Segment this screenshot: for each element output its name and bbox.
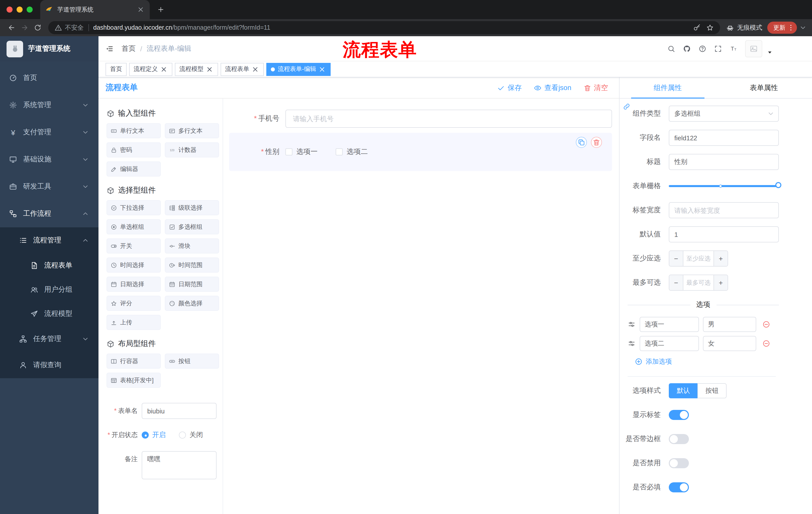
- sidebar-item-leave-query[interactable]: 请假查询: [0, 352, 98, 378]
- status-radio-off[interactable]: 关闭: [179, 431, 203, 439]
- update-button[interactable]: 更新: [767, 22, 797, 34]
- minimize-window-button[interactable]: [17, 6, 23, 12]
- increase-button[interactable]: +: [714, 251, 728, 266]
- palette-item-rate[interactable]: 评分: [107, 296, 161, 311]
- user-avatar[interactable]: [745, 40, 762, 57]
- drag-handle-icon[interactable]: [628, 320, 636, 328]
- checkbox-icon[interactable]: [285, 148, 292, 155]
- sidebar-item-infrastructure[interactable]: 基础设施: [0, 146, 98, 173]
- option-label-input[interactable]: [640, 336, 699, 351]
- status-radio-on[interactable]: 开启: [142, 431, 166, 439]
- title-input[interactable]: [669, 154, 779, 170]
- label-width-input[interactable]: [669, 202, 779, 218]
- gender-option-1[interactable]: 选项一: [285, 147, 318, 156]
- palette-item-single-line-text[interactable]: 单行文本: [107, 123, 161, 138]
- remove-option-icon[interactable]: [762, 320, 770, 328]
- drag-handle-icon[interactable]: [628, 340, 636, 348]
- palette-item-cascader[interactable]: 级联选择: [165, 200, 219, 215]
- breadcrumb-home[interactable]: 首页: [122, 44, 136, 53]
- sidebar-item-process-model[interactable]: 流程模型: [0, 302, 98, 326]
- palette-item-color-picker[interactable]: 颜色选择: [165, 296, 219, 311]
- sidebar-item-dev-tools[interactable]: 研发工具: [0, 173, 98, 200]
- more-vertical-icon[interactable]: [787, 24, 795, 32]
- fullscreen-icon[interactable]: [714, 45, 722, 53]
- font-size-icon[interactable]: [730, 45, 737, 53]
- toolbar-chevron-down-icon[interactable]: [799, 24, 807, 32]
- sidebar-item-process-form[interactable]: 流程表单: [0, 253, 98, 278]
- palette-item-time-range[interactable]: 时间范围: [165, 258, 219, 273]
- tag-process-form[interactable]: 流程表单: [221, 63, 264, 76]
- new-tab-button[interactable]: [155, 3, 167, 16]
- grid-slider[interactable]: [669, 185, 778, 187]
- remark-textarea[interactable]: [142, 451, 216, 479]
- style-default-button[interactable]: 默认: [669, 383, 697, 398]
- tag-process-form-edit[interactable]: 流程表单-编辑: [266, 63, 330, 76]
- palette-item-slider[interactable]: 滑块: [165, 238, 219, 253]
- palette-item-multi-line-text[interactable]: 多行文本: [165, 123, 219, 138]
- border-switch[interactable]: [669, 434, 689, 444]
- sidebar-item-home[interactable]: 首页: [0, 64, 98, 91]
- sidebar-item-task-management[interactable]: 任务管理: [0, 326, 98, 352]
- palette-item-row-container[interactable]: 行容器: [107, 354, 161, 369]
- link-icon[interactable]: [622, 103, 631, 111]
- sidebar-item-system-management[interactable]: 系统管理: [0, 91, 98, 119]
- option-value-input[interactable]: [703, 317, 756, 332]
- zoom-window-button[interactable]: [27, 6, 33, 12]
- form-name-input[interactable]: [142, 403, 216, 419]
- sidebar-item-user-group[interactable]: 用户分组: [0, 278, 98, 302]
- disabled-switch[interactable]: [669, 458, 689, 468]
- help-icon[interactable]: [698, 45, 706, 53]
- tag-process-model[interactable]: 流程模型: [175, 63, 218, 76]
- search-icon[interactable]: [667, 45, 675, 53]
- duplicate-field-button[interactable]: [576, 137, 587, 148]
- style-button-button[interactable]: 按钮: [697, 383, 727, 398]
- slider-handle[interactable]: [775, 182, 781, 188]
- github-icon[interactable]: [683, 45, 691, 53]
- option-label-input[interactable]: [640, 317, 699, 332]
- palette-item-date-picker[interactable]: 日期选择: [107, 277, 161, 292]
- save-button[interactable]: 保存: [497, 83, 522, 92]
- tag-home[interactable]: 首页: [106, 63, 127, 76]
- palette-item-select[interactable]: 下拉选择: [107, 200, 161, 215]
- remove-option-icon[interactable]: [762, 340, 770, 348]
- palette-item-button[interactable]: 按钮: [165, 354, 219, 369]
- tab-component-props[interactable]: 组件属性: [619, 77, 716, 98]
- tag-process-definition[interactable]: 流程定义: [129, 63, 172, 76]
- fold-menu-icon[interactable]: [106, 45, 114, 53]
- palette-item-checkbox-group[interactable]: 多选框组: [165, 219, 219, 234]
- canvas-field-gender-selected[interactable]: 性别 选项一 选项二: [229, 133, 612, 171]
- palette-item-radio-group[interactable]: 单选框组: [107, 219, 161, 234]
- component-type-select[interactable]: 多选框组: [669, 106, 779, 122]
- back-button[interactable]: [5, 21, 18, 34]
- palette-item-password[interactable]: 密码: [107, 142, 161, 157]
- security-chip[interactable]: 不安全: [54, 23, 84, 32]
- forward-button[interactable]: [18, 21, 31, 34]
- tab-form-props[interactable]: 表单属性: [716, 77, 812, 98]
- min-select-input[interactable]: [684, 251, 714, 266]
- canvas-field-phone[interactable]: 手机号: [229, 110, 612, 128]
- add-option-button[interactable]: 添加选项: [621, 353, 779, 370]
- view-json-button[interactable]: 查看json: [534, 83, 571, 92]
- required-switch[interactable]: [669, 482, 689, 492]
- clear-button[interactable]: 清空: [583, 83, 608, 92]
- gender-option-2[interactable]: 选项二: [336, 147, 368, 156]
- palette-item-date-range[interactable]: 日期范围: [165, 277, 219, 292]
- close-tab-icon[interactable]: [137, 5, 145, 13]
- palette-item-table[interactable]: 表格[开发中]: [107, 373, 161, 388]
- sidebar-item-payment-management[interactable]: ¥ 支付管理: [0, 119, 98, 146]
- close-tag-icon[interactable]: [318, 65, 326, 73]
- increase-button[interactable]: +: [714, 275, 728, 290]
- show-label-switch[interactable]: [669, 410, 689, 420]
- default-value-input[interactable]: [669, 226, 779, 242]
- key-icon[interactable]: [693, 24, 701, 32]
- palette-item-time-picker[interactable]: 时间选择: [107, 258, 161, 273]
- phone-input[interactable]: [285, 110, 612, 128]
- option-value-input[interactable]: [703, 336, 756, 351]
- close-tag-icon[interactable]: [251, 65, 259, 73]
- close-tag-icon[interactable]: [160, 65, 168, 73]
- palette-item-counter[interactable]: 计数器: [165, 142, 219, 157]
- decrease-button[interactable]: −: [669, 275, 684, 290]
- bookmark-star-icon[interactable]: [706, 24, 714, 32]
- reload-button[interactable]: [31, 21, 44, 34]
- decrease-button[interactable]: −: [669, 251, 684, 266]
